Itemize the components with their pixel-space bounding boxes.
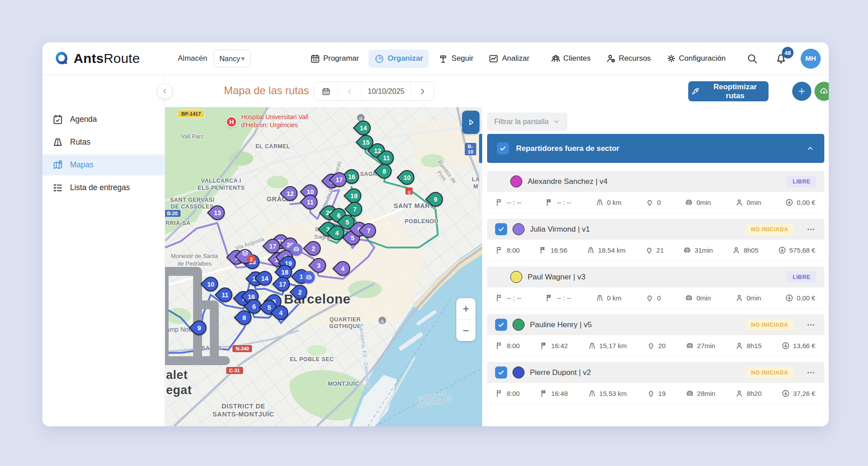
routes-icon [52, 137, 63, 148]
avatar[interactable]: MH [801, 49, 821, 69]
tab-analizar[interactable]: Analizar [483, 50, 535, 68]
next-day-button[interactable] [410, 82, 434, 100]
status-badge: LIBRE [787, 271, 816, 283]
cost-icon [785, 198, 794, 207]
driver-menu-button[interactable] [806, 224, 816, 235]
search-icon[interactable] [746, 53, 758, 64]
stat-duration-value: 8h05 [744, 246, 758, 254]
map-label: SANT GERVASI DE CASSOLES [170, 197, 215, 211]
sidebar-item-label: Rutas [70, 137, 91, 147]
plus-button[interactable] [792, 82, 811, 101]
zoom-in-button[interactable]: + [456, 298, 475, 320]
tab-label: Seguir [451, 54, 473, 63]
zoom-out-button[interactable]: − [456, 320, 475, 341]
notifications-bell[interactable]: 48 [775, 52, 787, 65]
main-tabs: ProgramarOrganizarSeguirAnalizar [304, 50, 535, 68]
chevron-up-icon[interactable] [806, 144, 814, 153]
tab-programar[interactable]: Programar [304, 50, 365, 68]
sidebar-item-rutas[interactable]: Rutas [42, 132, 165, 153]
nav-link-recursos[interactable]: Recursos [606, 53, 651, 64]
reoptimize-routes-button[interactable]: Reoptimizar rutas [688, 81, 769, 101]
person-icon [732, 246, 740, 254]
expand-panel-button[interactable] [462, 111, 479, 134]
driver-card: Alexandre Sanchez | v4LIBRE-- : ---- : -… [487, 171, 824, 213]
car-icon [685, 294, 693, 302]
stat-end-value: 16:48 [551, 390, 568, 397]
stat-drive: 31min [683, 246, 713, 254]
stat-cost: 0,00 € [785, 294, 815, 302]
cloud-download-button[interactable] [814, 82, 829, 101]
stat-stops: 21 [645, 246, 664, 254]
stat-end-value: -- : -- [557, 199, 571, 206]
maps-icon [52, 159, 63, 171]
status-badge: NO INICIADA [745, 224, 794, 235]
antsroute-logo[interactable]: AntsRoute [54, 50, 140, 67]
driver-row[interactable]: Pauline Henry | v5NO INICIADA [487, 314, 824, 335]
driver-color-dot [510, 175, 522, 187]
map-label: EL CARMEL [256, 143, 290, 150]
tab-organizar[interactable]: Organizar [368, 50, 429, 68]
person-icon [735, 198, 744, 207]
nav-link-clientes[interactable]: Clientes [550, 53, 591, 64]
person-icon [735, 294, 744, 302]
section-checkbox[interactable] [497, 142, 509, 154]
vehicle-marker[interactable] [290, 243, 302, 256]
tab-seguir[interactable]: Seguir [432, 50, 479, 68]
driver-row[interactable]: Alexandre Sanchez | v4LIBRE [487, 171, 824, 192]
driver-checkbox[interactable] [495, 366, 507, 379]
content-header: Mapa de las rutas 10/10/2025 Reoptimizar… [165, 75, 829, 107]
stat-duration-value: 8h20 [747, 390, 761, 397]
road-shield: B-20 [165, 210, 181, 217]
stat-duration-value: 0min [747, 199, 761, 206]
prev-day-button[interactable] [338, 82, 361, 100]
sidebar-item-mapas[interactable]: Mapas [42, 154, 165, 175]
driver-menu-button[interactable] [806, 367, 816, 378]
settings-icon [666, 53, 677, 64]
collapse-sidebar-button[interactable] [157, 83, 173, 99]
driver-checkbox[interactable] [495, 223, 507, 235]
stat-distance: 15,53 km [588, 389, 627, 398]
nav-links: ClientesRecursosConfiguración [535, 53, 726, 64]
stat-start-value: 8:00 [507, 390, 520, 397]
driver-checkbox[interactable] [495, 319, 507, 331]
driver-color-dot [513, 223, 525, 235]
hospital-marker[interactable]: H [226, 116, 237, 127]
stat-end: 16:56 [539, 246, 567, 254]
sidebar-item-agenda[interactable]: Agenda [42, 109, 165, 130]
map-label: Vall Parc [181, 133, 204, 140]
stat-end-value: 16:56 [550, 246, 567, 254]
sidebar-item-label: Lista de entregas [70, 183, 130, 192]
stat-stops: 20 [647, 341, 666, 350]
navbar-right: ClientesRecursosConfiguración 48 MH [535, 49, 829, 69]
car-icon [683, 246, 691, 254]
routes-map[interactable]: EL CARMELLA SAGRERAVALLCARCA I ELS PENIT… [165, 107, 482, 426]
driver-card: Pauline Henry | v5NO INICIADA8:0016:4215… [487, 314, 824, 357]
section-title: Repartidores fuera de sector [516, 144, 619, 153]
stat-stops-value: 0 [657, 294, 661, 302]
stat-start: 8:00 [495, 341, 520, 350]
vehicle-marker[interactable] [302, 271, 315, 283]
stat-duration: 0min [735, 198, 761, 207]
road-shield: B-10 [465, 143, 476, 155]
filter-screen-button[interactable]: Filtrar la pantalla [487, 112, 567, 131]
driver-stats-row: -- : ---- : --0 km00min0min0,00 € [487, 287, 824, 309]
calendar-button[interactable] [314, 82, 338, 100]
stat-cost: 37,26 € [781, 389, 815, 398]
sidebar-item-lista-de-entregas[interactable]: Lista de entregas [42, 177, 165, 198]
stat-duration: 0min [735, 294, 761, 302]
stat-start: -- : -- [495, 198, 521, 207]
driver-row[interactable]: Julia Virmond | v1NO INICIADA [487, 219, 824, 240]
tab-label: Organizar [388, 54, 423, 63]
stat-duration-value: 0min [747, 294, 761, 302]
driver-menu-button[interactable] [806, 320, 816, 330]
stat-drive: 27min [686, 341, 715, 350]
section-header-out-of-sector[interactable]: Repartidores fuera de sector [487, 134, 824, 163]
nav-link-configuracin[interactable]: Configuración [666, 53, 726, 64]
stat-stops-value: 21 [657, 246, 664, 254]
flag-icon [495, 198, 504, 207]
warehouse-select[interactable]: Nancy ▾ [214, 50, 251, 67]
stat-end: 16:42 [540, 341, 568, 350]
map-label: LA M [472, 176, 479, 190]
driver-row[interactable]: Paul Wagner | v3LIBRE [487, 266, 824, 287]
driver-row[interactable]: Pierre Dupont | v2NO INICIADA [487, 362, 824, 383]
